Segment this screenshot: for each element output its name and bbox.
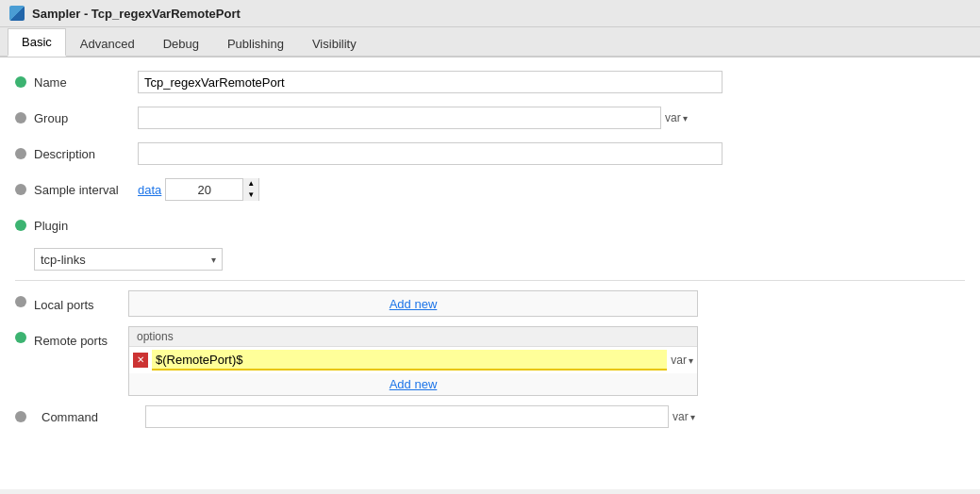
tab-publishing[interactable]: Publishing: [213, 30, 298, 57]
window-title: Sampler - Tcp_regexVarRemotePort: [32, 7, 241, 21]
spinner-down[interactable]: ▼: [243, 189, 258, 201]
plugin-indicator: [15, 220, 26, 231]
tab-debug[interactable]: Debug: [149, 30, 213, 57]
plugin-label: Plugin: [34, 219, 138, 233]
group-label: Group: [34, 111, 138, 125]
port-entry: ✕ var ▾: [129, 347, 697, 373]
group-input[interactable]: [138, 107, 661, 129]
name-row: Name: [15, 69, 965, 95]
local-ports-add-new[interactable]: Add new: [129, 293, 697, 315]
group-var-label: var: [665, 111, 681, 124]
local-ports-label: Local ports: [34, 294, 138, 312]
command-row: Command var ▾: [15, 405, 965, 428]
sample-interval-spinner: 20 ▲ ▼: [165, 178, 259, 201]
main-content: Name Group var ▾ Description Sample inte…: [0, 58, 980, 489]
remote-ports-label: Remote ports: [34, 330, 138, 348]
command-var-label: var: [673, 410, 689, 423]
app-icon: [9, 6, 25, 21]
tab-basic[interactable]: Basic: [8, 28, 66, 57]
sample-interval-indicator: [15, 184, 26, 195]
description-row: Description: [15, 140, 965, 167]
description-input[interactable]: [138, 142, 723, 165]
command-indicator: [15, 411, 26, 422]
local-ports-indicator: [15, 296, 26, 307]
command-var-dropdown[interactable]: ▾: [690, 412, 695, 422]
plugin-row: Plugin: [15, 212, 965, 239]
remote-ports-header: options: [129, 327, 697, 347]
remote-ports-indicator: [15, 332, 26, 343]
data-link[interactable]: data: [138, 183, 161, 197]
sample-interval-label: Sample interval: [34, 183, 138, 197]
port-var-label: var: [671, 354, 687, 367]
description-label: Description: [34, 147, 138, 161]
separator: [15, 280, 965, 281]
remote-ports-row: Remote ports options ✕ var ▾ Add new: [15, 326, 965, 396]
title-bar: Sampler - Tcp_regexVarRemotePort: [0, 0, 980, 27]
remote-ports-add-new[interactable]: Add new: [129, 373, 697, 395]
port-delete-icon: ✕: [137, 355, 144, 365]
plugin-dropdown[interactable]: tcp-links ▾: [34, 248, 223, 271]
spinner-buttons: ▲ ▼: [242, 178, 258, 201]
tab-advanced[interactable]: Advanced: [66, 30, 149, 57]
command-input[interactable]: [145, 405, 669, 428]
group-row: Group var ▾: [15, 105, 965, 131]
description-indicator: [15, 148, 26, 159]
group-indicator: [15, 112, 26, 124]
command-label: Command: [42, 410, 145, 424]
plugin-dropdown-value: tcp-links: [41, 253, 211, 267]
group-var-dropdown[interactable]: ▾: [683, 113, 688, 124]
spinner-value: 20: [166, 183, 242, 197]
local-ports-row: Local ports Add new: [15, 290, 965, 317]
remote-ports-box: options ✕ var ▾ Add new: [128, 326, 698, 396]
plugin-dropdown-arrow: ▾: [211, 255, 216, 265]
spinner-up[interactable]: ▲: [243, 178, 258, 189]
port-delete-button[interactable]: ✕: [133, 353, 148, 368]
name-input[interactable]: [138, 71, 723, 93]
port-var-dropdown[interactable]: ▾: [689, 355, 693, 366]
sample-interval-row: Sample interval data 20 ▲ ▼: [15, 176, 965, 203]
tab-visibility[interactable]: Visibility: [298, 30, 371, 57]
tab-bar: Basic Advanced Debug Publishing Visibili…: [0, 27, 980, 58]
local-ports-box: Add new: [128, 290, 698, 317]
port-value-input[interactable]: [152, 350, 667, 370]
name-indicator: [15, 76, 26, 88]
name-label: Name: [34, 75, 138, 90]
